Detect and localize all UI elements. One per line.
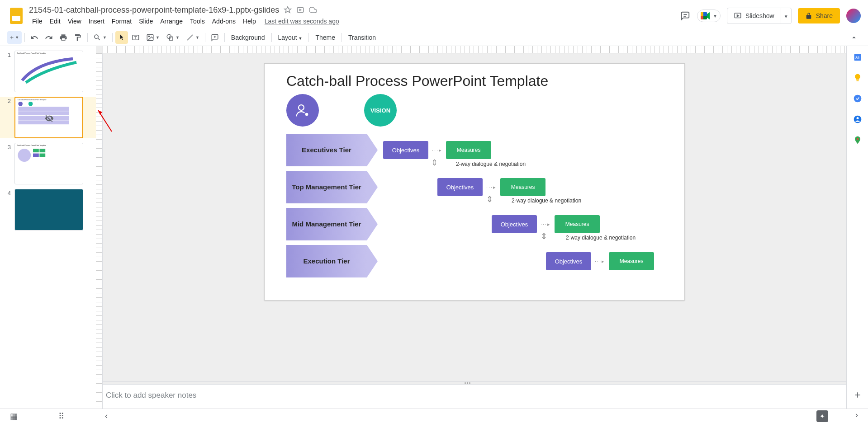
thumb-number: 3 (5, 143, 11, 184)
slide-thumbnail-4[interactable] (14, 189, 83, 230)
svg-point-18 (856, 117, 859, 119)
slide-thumbnail-1[interactable]: Catch-ball Process PowerPoint Template (14, 51, 83, 92)
objectives-box[interactable]: Objectives (383, 141, 428, 159)
menu-tools[interactable]: Tools (187, 16, 208, 27)
tier-execution-label: Execution Tier (286, 245, 367, 277)
objectives-box[interactable]: Objectives (437, 178, 483, 196)
slide-title[interactable]: Catch-ball Process PowerPoint Template (265, 64, 684, 94)
line-tool[interactable]: ▼ (183, 31, 202, 44)
header: 21545-01-catchball-process-powerpoint-te… (0, 0, 868, 29)
star-icon[interactable] (284, 6, 292, 14)
keep-icon[interactable] (853, 73, 862, 82)
horizontal-ruler[interactable] (103, 46, 846, 53)
print-button[interactable] (57, 31, 70, 44)
header-right: ▼ Slideshow ▼ Share (680, 8, 861, 24)
slides-logo[interactable] (7, 7, 25, 25)
slideshow-dropdown[interactable]: ▼ (781, 8, 791, 24)
menu-bar: File Edit View Insert Format Slide Arran… (29, 16, 680, 27)
main: 1 Catch-ball Process PowerPoint Template… (0, 46, 868, 409)
svg-text:31: 31 (855, 56, 859, 60)
menu-arrange[interactable]: Arrange (157, 16, 186, 27)
last-edit[interactable]: Last edit was seconds ago (265, 18, 339, 25)
thumb-row: 1 Catch-ball Process PowerPoint Template (5, 51, 96, 92)
svg-point-16 (854, 95, 861, 103)
tier-midmgmt-label: Mid Management Tier (286, 208, 367, 240)
comment-button[interactable] (208, 31, 222, 44)
grid-view-icon[interactable]: ⠿ (58, 411, 64, 421)
meet-button[interactable]: ▼ (697, 9, 721, 22)
vertical-ruler[interactable] (96, 53, 103, 409)
svg-point-12 (299, 105, 304, 110)
hidden-icon (43, 114, 56, 123)
play-icon (734, 12, 742, 20)
background-button[interactable]: Background (228, 32, 269, 43)
share-label: Share (816, 12, 833, 19)
shape-tool[interactable]: ▼ (163, 31, 182, 44)
dialogue-label: 2-way dialogue & negotiation (512, 197, 581, 204)
menu-addons[interactable]: Add-ons (209, 16, 239, 27)
doc-title[interactable]: 21545-01-catchball-process-powerpoint-te… (29, 5, 279, 15)
select-tool[interactable] (115, 31, 128, 44)
measures-box[interactable]: Measures (446, 141, 491, 159)
move-icon[interactable] (296, 6, 304, 14)
zoom-button[interactable]: ▼ (90, 31, 109, 44)
calendar-icon[interactable]: 31 (853, 52, 862, 61)
menu-format[interactable]: Format (109, 16, 135, 27)
image-tool[interactable]: ▼ (143, 31, 162, 44)
paint-format-button[interactable] (71, 31, 85, 44)
svg-line-9 (187, 35, 193, 40)
slide-thumbnail-3[interactable]: Catch-ball Process PowerPoint Template (14, 143, 83, 184)
contacts-icon[interactable] (853, 115, 862, 124)
objectives-box[interactable]: Objectives (492, 215, 537, 233)
slideshow-button[interactable]: Slideshow (727, 8, 781, 24)
tier-topmgmt-row[interactable]: Top Management Tier Objectives ···▸ Meas… (286, 170, 663, 204)
collapse-icon[interactable]: ‹ (105, 411, 108, 421)
menu-slide[interactable]: Slide (136, 16, 156, 27)
layout-button[interactable]: Layout▼ (275, 32, 306, 43)
measures-box[interactable]: Measures (555, 215, 600, 233)
textbox-tool[interactable] (129, 31, 142, 44)
slides-logo-icon (10, 8, 23, 24)
add-icon[interactable] (853, 390, 862, 400)
hide-menus-button[interactable] (847, 31, 861, 44)
filmstrip[interactable]: 1 Catch-ball Process PowerPoint Template… (0, 46, 96, 409)
new-slide-button[interactable]: +▼ (7, 31, 22, 44)
avatar[interactable] (846, 9, 861, 23)
lock-icon (805, 12, 812, 19)
side-panel-toggle[interactable]: › (855, 410, 858, 422)
theme-button[interactable]: Theme (312, 32, 339, 43)
bottom-bar: ▦ ⠿ ‹ ✦ › (0, 409, 868, 423)
undo-button[interactable] (28, 31, 41, 44)
share-button[interactable]: Share (798, 8, 840, 24)
tier-topmgmt-label: Top Management Tier (286, 171, 367, 203)
svg-point-19 (856, 138, 858, 140)
tasks-icon[interactable] (853, 94, 862, 103)
menu-help[interactable]: Help (240, 16, 259, 27)
slide-canvas[interactable]: Catch-ball Process PowerPoint Template V… (264, 63, 685, 301)
vision-circle[interactable]: VISION (364, 94, 397, 127)
measures-box[interactable]: Measures (500, 178, 545, 196)
dialogue-label: 2-way dialogue & negotiation (456, 161, 526, 167)
arrow-icon: ···▸ (486, 184, 497, 190)
cloud-icon[interactable] (309, 6, 317, 14)
maps-icon[interactable] (853, 136, 862, 145)
person-icon-circle[interactable] (286, 94, 319, 127)
speaker-notes[interactable]: Click to add speaker notes (96, 384, 846, 409)
transition-button[interactable]: Transition (345, 32, 379, 43)
filmstrip-view-icon[interactable]: ▦ (10, 411, 18, 421)
dialogue-label: 2-way dialogue & negotiation (566, 235, 636, 241)
toolbar: +▼ ▼ ▼ ▼ ▼ Background Layout▼ Theme Tran… (0, 29, 868, 46)
objectives-box[interactable]: Objectives (546, 252, 591, 270)
thumb-number: 1 (5, 51, 11, 92)
menu-file[interactable]: File (29, 16, 46, 27)
measures-box[interactable]: Measures (609, 252, 654, 270)
menu-insert[interactable]: Insert (85, 16, 108, 27)
tier-exec2-row[interactable]: Execution Tier Objectives ···▸ Measures (286, 244, 663, 278)
person-gear-icon (294, 102, 311, 118)
menu-view[interactable]: View (65, 16, 85, 27)
comment-history-icon[interactable] (680, 10, 691, 21)
menu-edit[interactable]: Edit (47, 16, 64, 27)
explore-button[interactable]: ✦ (816, 410, 828, 422)
slide-thumbnail-2[interactable]: Catch-ball Process PowerPoint Template (14, 97, 83, 138)
redo-button[interactable] (42, 31, 56, 44)
